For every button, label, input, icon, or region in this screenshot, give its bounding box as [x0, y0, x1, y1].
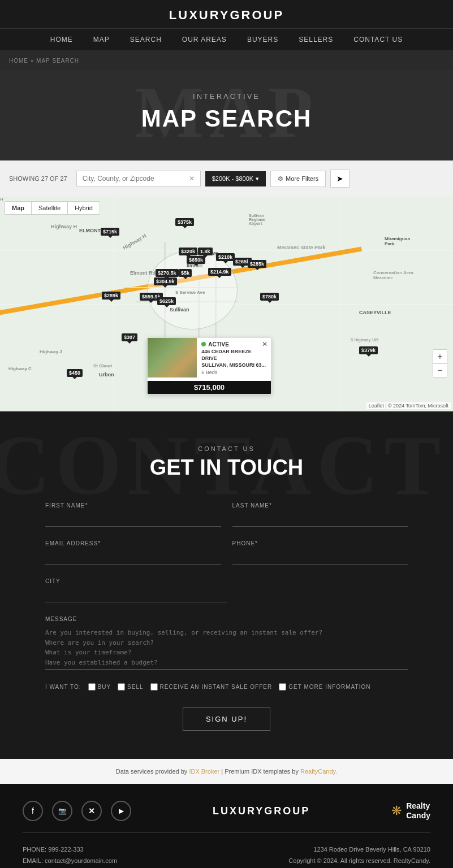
buy-label: BUY	[98, 684, 111, 690]
i-want-to-label: I WANT TO:	[45, 684, 81, 690]
price-marker[interactable]: $5k	[179, 269, 192, 277]
footer-address: 1234 Rodeo Drive Beverly Hills, CA 90210	[288, 844, 430, 856]
price-range-label: $200K - $800K	[212, 175, 253, 182]
tab-satellite[interactable]: Satellite	[31, 202, 67, 214]
realty-candy-text: RealtyCandy	[406, 801, 430, 821]
twitter-x-icon[interactable]: ✕	[81, 801, 102, 821]
price-marker[interactable]: $285k	[248, 260, 266, 268]
tab-map[interactable]: Map	[5, 202, 31, 214]
price-marker[interactable]: $375k	[175, 218, 194, 226]
price-marker[interactable]: 1.8k	[198, 248, 213, 255]
email-phone-row: EMAIL ADDRESS* PHONE*	[45, 540, 408, 565]
hero-title: MAP SEARCH	[0, 105, 453, 132]
message-textarea[interactable]	[45, 624, 408, 670]
nav-item-contact[interactable]: CONTACT US	[343, 29, 413, 50]
footer-logo: LUXURYGROUP	[213, 805, 310, 817]
realty-candy-badge: ❋ RealtyCandy	[391, 801, 430, 821]
location-icon: ➤	[336, 174, 343, 183]
filter-icon: ⚙	[278, 175, 283, 183]
nav-item-home[interactable]: HOME	[40, 29, 83, 50]
instagram-icon[interactable]: 📷	[52, 801, 72, 821]
hero-subtitle: INTERACTIVE	[0, 92, 453, 101]
data-services-text: Data services provided by	[116, 768, 189, 775]
price-marker[interactable]: $450	[67, 369, 83, 377]
price-marker[interactable]: $214.9k	[208, 268, 231, 276]
sell-label: SELL	[127, 684, 143, 690]
price-marker[interactable]: $210k	[216, 253, 235, 261]
email-group: EMAIL ADDRESS*	[45, 540, 221, 565]
checkbox-row: I WANT TO: BUY SELL RECEIVE AN INSTANT S…	[45, 683, 408, 691]
footer-top: f 📷 ✕ ▶ LUXURYGROUP ❋ RealtyCandy	[23, 801, 430, 833]
checkbox-instant-sale: RECEIVE AN INSTANT SALE OFFER	[150, 683, 273, 691]
idxbroker-link[interactable]: IDX Broker	[189, 768, 219, 775]
youtube-icon[interactable]: ▶	[111, 801, 131, 821]
phone-input[interactable]	[232, 549, 408, 565]
footer-left: PHONE: 999-222-333 EMAIL: contact@yourdo…	[23, 844, 130, 868]
popup-property-image	[148, 338, 197, 377]
data-services-middle: | Premium IDX templates by	[221, 768, 300, 775]
last-name-input[interactable]	[232, 511, 408, 527]
nav-item-map[interactable]: MAP	[83, 29, 120, 50]
tab-hybrid[interactable]: Hybrid	[67, 202, 100, 214]
contact-subtitle: CONTACT US	[45, 445, 408, 452]
contact-form: FIRST NAME* LAST NAME* EMAIL ADDRESS* PH…	[45, 502, 408, 731]
more-info-checkbox[interactable]	[279, 683, 286, 691]
chevron-down-icon: ▾	[256, 175, 259, 183]
map-container[interactable]: ELMONT Highway H Highway H Elmont Rd Oak…	[0, 197, 453, 411]
popup-close-button[interactable]: ✕	[262, 340, 268, 348]
site-header: LUXURYGROUP HOME MAP SEARCH OUR AREAS BU…	[0, 0, 453, 50]
breadcrumb-bar: HOME » MAP SEARCH	[0, 50, 453, 70]
breadcrumb: HOME » MAP SEARCH	[9, 58, 79, 64]
property-popup: ✕ ACTIVE 446 CEDAR BREEZE DRIVE SULLIVAN…	[147, 337, 271, 394]
phone-group: PHONE*	[232, 540, 408, 565]
map-zoom-controls: + −	[433, 349, 447, 377]
price-marker[interactable]: $307	[122, 333, 137, 341]
price-marker[interactable]: $270.5k	[156, 269, 179, 277]
nav-item-search[interactable]: SEARCH	[120, 29, 172, 50]
instant-sale-checkbox[interactable]	[150, 683, 158, 691]
checkbox-buy: BUY	[88, 683, 111, 691]
sign-up-button[interactable]: SIGN UP!	[183, 708, 270, 731]
message-label: MESSAGE	[45, 616, 408, 622]
price-marker[interactable]: $650k	[187, 256, 205, 264]
search-input-wrap[interactable]: ✕	[76, 171, 201, 186]
popup-address-line2: SULLIVAN, MISSOURI 63...	[201, 362, 266, 369]
price-marker[interactable]: $625k	[157, 297, 176, 305]
more-info-label: GET MORE INFORMATION	[288, 684, 370, 690]
email-input[interactable]	[45, 549, 221, 565]
price-marker[interactable]: $379k	[359, 346, 378, 354]
footer-email: EMAIL: contact@yourdomain.com	[23, 856, 130, 867]
last-name-label: LAST NAME*	[232, 502, 408, 509]
nav-item-buyers[interactable]: BUYERS	[237, 29, 288, 50]
phone-label: PHONE*	[232, 540, 408, 546]
city-input[interactable]	[45, 587, 227, 602]
facebook-icon[interactable]: f	[23, 801, 43, 821]
footer-copyright: Copyright © 2024. All rights reserved. R…	[288, 856, 430, 867]
location-button[interactable]: ➤	[330, 170, 350, 188]
price-marker[interactable]: $715k	[101, 228, 119, 236]
more-filters-button[interactable]: ⚙ More Filters	[270, 171, 326, 187]
main-nav: HOME MAP SEARCH OUR AREAS BUYERS SELLERS…	[0, 28, 453, 50]
instant-sale-label: RECEIVE AN INSTANT SALE OFFER	[160, 684, 273, 690]
first-name-input[interactable]	[45, 511, 221, 527]
price-marker[interactable]: $304.9k	[154, 277, 177, 285]
search-input[interactable]	[83, 175, 189, 183]
price-filter-button[interactable]: $200K - $800K ▾	[205, 171, 266, 186]
zoom-out-button[interactable]: −	[433, 363, 447, 377]
checkbox-more-info: GET MORE INFORMATION	[279, 683, 370, 691]
buy-checkbox[interactable]	[88, 683, 96, 691]
nav-item-our-areas[interactable]: OUR AREAS	[172, 29, 237, 50]
price-marker[interactable]: $780k	[260, 293, 279, 301]
popup-status: ACTIVE	[201, 341, 266, 348]
clear-icon[interactable]: ✕	[189, 175, 195, 183]
last-name-group: LAST NAME*	[232, 502, 408, 527]
realtycandy-link[interactable]: RealtyCandy.	[300, 768, 337, 775]
price-marker[interactable]: $320k	[179, 248, 197, 255]
zoom-in-button[interactable]: +	[433, 350, 447, 363]
price-marker[interactable]: $289k	[102, 292, 120, 300]
nav-item-sellers[interactable]: SELLERS	[288, 29, 343, 50]
first-name-group: FIRST NAME*	[45, 502, 221, 527]
sell-checkbox[interactable]	[118, 683, 125, 691]
city-group: CITY	[45, 578, 227, 602]
data-services-bar: Data services provided by IDX Broker | P…	[0, 759, 453, 784]
